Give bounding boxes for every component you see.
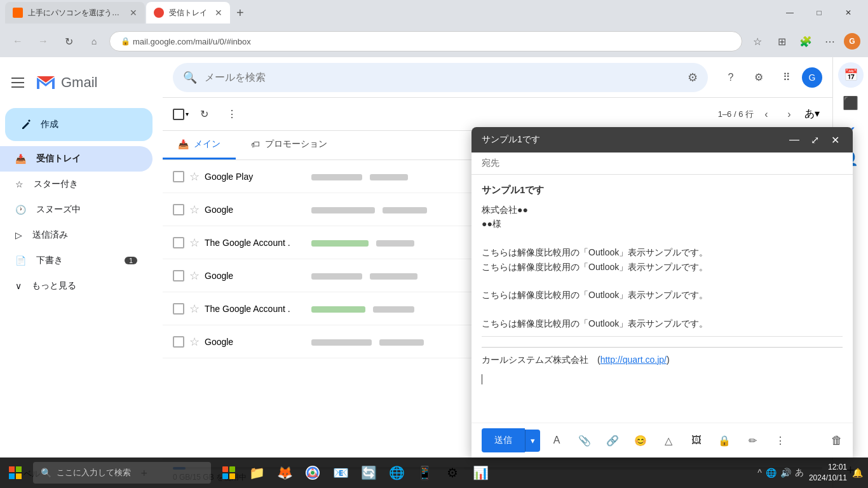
select-all-checkbox[interactable]: ▾ xyxy=(173,109,189,120)
send-button[interactable]: 送信 xyxy=(482,428,525,452)
home-button[interactable]: ⌂ xyxy=(84,31,104,51)
emoji-btn[interactable]: 😊 xyxy=(629,429,652,452)
send-dropdown-button[interactable]: ▾ xyxy=(525,430,540,452)
more-label: もっと見る xyxy=(32,280,137,292)
browser-tab-2[interactable]: 受信トレイ ✕ xyxy=(146,2,230,24)
sidebar-nav: 📥 受信トレイ ☆ スター付き 🕐 スヌーズ中 ▷ 送信済み 📄 下書き 1 xyxy=(0,146,163,457)
taskbar-app-settings[interactable]: ⚙ xyxy=(440,460,465,485)
taskbar-clock[interactable]: 12:01 2024/10/11 xyxy=(809,462,847,484)
sidebar-item-more[interactable]: ∨ もっと見る xyxy=(0,273,153,299)
email-checkbox[interactable] xyxy=(173,171,184,182)
format-text-btn[interactable]: A xyxy=(545,429,568,452)
bookmark-icon[interactable]: ☆ xyxy=(747,31,768,51)
compose-button[interactable]: 作成 xyxy=(5,108,153,141)
search-filter-icon[interactable]: ⚙ xyxy=(688,71,698,85)
taskbar-search[interactable]: 🔍 ここに入力して検索 xyxy=(33,462,211,484)
maximize-button[interactable]: □ xyxy=(804,0,834,25)
email-checkbox[interactable] xyxy=(173,237,184,248)
checkbox-dropdown-arrow[interactable]: ▾ xyxy=(186,111,189,118)
tab2-close[interactable]: ✕ xyxy=(215,8,222,18)
tab1-close[interactable]: ✕ xyxy=(130,8,137,18)
keep-panel-btn[interactable]: ⬛ xyxy=(838,90,864,116)
volume-icon[interactable]: 🔊 xyxy=(780,468,791,478)
notification-icon[interactable]: 🔔 xyxy=(852,468,863,478)
browser-menu-icon[interactable]: ⋯ xyxy=(820,31,840,51)
email-checkbox[interactable] xyxy=(173,270,184,281)
email-checkbox[interactable] xyxy=(173,204,184,215)
ime-icon[interactable]: あ xyxy=(795,467,804,478)
more-options-btn[interactable]: ⋮ xyxy=(769,429,792,452)
email-star[interactable]: ☆ xyxy=(189,335,200,349)
new-tab-button[interactable]: + xyxy=(231,3,249,23)
attach-file-btn[interactable]: 📎 xyxy=(573,429,596,452)
settings-button[interactable]: ⚙ xyxy=(746,65,771,90)
compose-expand-btn[interactable]: ⤢ xyxy=(807,132,822,147)
more-options-button[interactable]: ⋮ xyxy=(219,102,245,127)
apps-button[interactable]: ⠿ xyxy=(774,65,799,90)
sidebar-item-sent[interactable]: ▷ 送信済み xyxy=(0,222,153,248)
sidebar-item-snoozed[interactable]: 🕐 スヌーズ中 xyxy=(0,197,153,222)
compose-close-btn[interactable]: ✕ xyxy=(827,132,843,147)
system-tray-expand[interactable]: ^ xyxy=(757,468,762,478)
taskbar-app-edge[interactable]: 🌐 xyxy=(384,460,409,485)
next-page-button[interactable]: › xyxy=(779,104,799,125)
compose-body-content[interactable]: 株式会社●● ●●様 こちらは解像度比較用の「Outlook」表示サンプルです。… xyxy=(482,203,843,331)
browser-profile-avatar[interactable]: G xyxy=(844,33,860,50)
topbar-right: ? ⚙ ⠿ G xyxy=(718,65,822,90)
email-preview-blur2 xyxy=(370,174,408,180)
tab-main[interactable]: 📥 メイン xyxy=(163,131,236,159)
minimize-button[interactable]: — xyxy=(775,0,804,25)
taskbar-time-display: 12:01 xyxy=(809,462,847,473)
taskbar-app-mail[interactable]: 📧 xyxy=(328,460,353,485)
taskbar-app-transfer[interactable]: 🔄 xyxy=(356,460,381,485)
taskbar-app-unknown2[interactable]: 📊 xyxy=(468,460,493,485)
email-checkbox[interactable] xyxy=(173,336,184,348)
email-star[interactable]: ☆ xyxy=(189,170,200,184)
address-bar[interactable]: 🔒 mail.google.com/mail/u/0/#inbox xyxy=(109,31,742,51)
email-preview-blur1 xyxy=(311,174,362,180)
taskbar-app-widgets[interactable] xyxy=(216,460,241,485)
sidebar-item-starred[interactable]: ☆ スター付き xyxy=(0,172,153,197)
google-calendar-panel-btn[interactable]: 📅 xyxy=(838,62,864,88)
user-avatar[interactable]: G xyxy=(802,67,822,88)
lock-btn[interactable]: 🔒 xyxy=(713,429,736,452)
collections-icon[interactable]: ⊞ xyxy=(771,31,792,51)
network-icon[interactable]: 🌐 xyxy=(766,468,776,478)
insert-link-btn[interactable]: 🔗 xyxy=(601,429,624,452)
tab-promo[interactable]: 🏷 プロモーション xyxy=(236,131,342,159)
email-star[interactable]: ☆ xyxy=(189,269,200,283)
email-checkbox[interactable] xyxy=(173,303,184,315)
sidebar-item-inbox[interactable]: 📥 受信トレイ xyxy=(0,146,153,172)
taskbar-app-unknown1[interactable]: 📱 xyxy=(412,460,437,485)
drive-btn[interactable]: △ xyxy=(657,429,680,452)
gmail-menu-icon[interactable] xyxy=(5,70,31,95)
taskbar-app-chrome[interactable] xyxy=(300,460,325,485)
search-input[interactable] xyxy=(205,72,680,83)
close-button[interactable]: ✕ xyxy=(834,0,863,25)
prev-page-button[interactable]: ‹ xyxy=(756,104,776,125)
refresh-button[interactable]: ↻ xyxy=(191,102,217,127)
reload-button[interactable]: ↻ xyxy=(58,31,79,51)
email-star[interactable]: ☆ xyxy=(189,203,200,217)
compose-minimize-btn[interactable]: — xyxy=(787,132,802,147)
taskbar-app-browser[interactable]: 🦊 xyxy=(272,460,297,485)
browser-tab-1[interactable]: 上手にパソコンを選ぼう！〜解像度… ✕ xyxy=(5,2,145,24)
email-star[interactable]: ☆ xyxy=(189,236,200,250)
search-topbar: 🔍 ⚙ ? ⚙ ⠿ G xyxy=(163,57,832,98)
back-button[interactable]: ← xyxy=(8,31,28,51)
signature-btn[interactable]: ✏ xyxy=(741,429,764,452)
taskbar-app-file-manager[interactable]: 📁 xyxy=(244,460,269,485)
search-bar[interactable]: 🔍 ⚙ xyxy=(173,63,708,92)
forward-button[interactable]: → xyxy=(33,31,53,51)
start-button[interactable] xyxy=(0,458,31,488)
sidebar-item-drafts[interactable]: 📄 下書き 1 xyxy=(0,248,153,273)
email-star[interactable]: ☆ xyxy=(189,302,200,316)
help-button[interactable]: ? xyxy=(718,65,743,90)
language-selector[interactable]: あ▾ xyxy=(802,104,822,125)
extensions-icon[interactable]: 🧩 xyxy=(796,31,816,51)
signature-link[interactable]: http://quart.co.jp/ xyxy=(600,355,667,365)
discard-button[interactable]: 🗑 xyxy=(831,434,843,447)
compose-body[interactable]: サンプル1です 株式会社●● ●●様 こちらは解像度比較用の「Outlook」表… xyxy=(471,175,853,423)
photo-btn[interactable]: 🖼 xyxy=(685,429,708,452)
checkbox[interactable] xyxy=(173,109,184,120)
